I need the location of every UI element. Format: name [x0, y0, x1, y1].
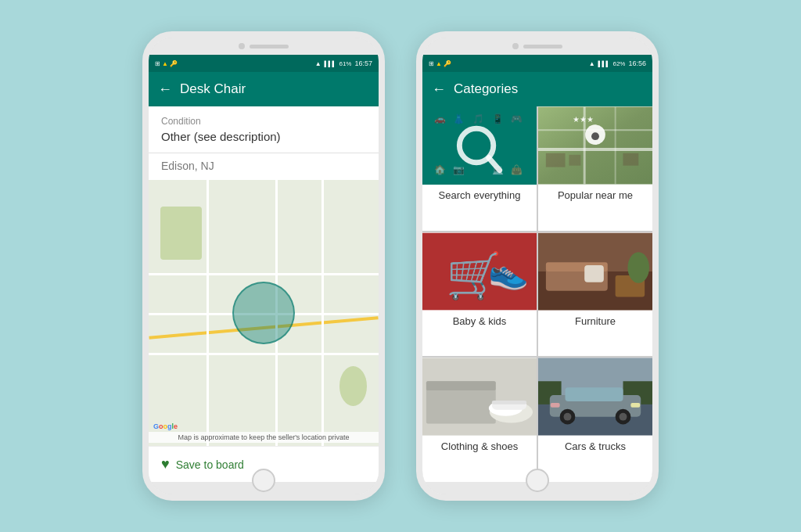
svg-rect-37: [426, 382, 496, 391]
map-park: [339, 366, 367, 406]
location-section: Edison, NJ: [149, 153, 379, 180]
svg-point-52: [620, 413, 627, 421]
wifi-icon-r: ▲: [589, 60, 595, 67]
page-title-right: Categories: [454, 81, 518, 97]
svg-rect-18: [546, 153, 566, 167]
condition-label: Condition: [161, 116, 366, 127]
svg-rect-41: [492, 401, 526, 404]
category-label-furniture: Furniture: [538, 311, 652, 332]
map-road: [149, 353, 379, 355]
categories-grid: 🚗 👗 🎵 📱 🎮 🏠 📷 💻 👜: [422, 106, 652, 482]
category-label-search: Search everything: [422, 185, 537, 206]
warning-icon: ▲: [162, 60, 168, 67]
svg-text:👟: 👟: [488, 252, 529, 291]
earpiece-right: [523, 45, 562, 49]
app-bar-right: ← Categories: [422, 72, 652, 106]
category-thumb-search: 🚗 👗 🎵 📱 🎮 🏠 📷 💻 👜: [422, 106, 537, 185]
svg-point-33: [627, 252, 649, 282]
category-label-popular: Popular near me: [538, 185, 652, 206]
status-right-icons: ▲ ▌▌▌ 61% 16:57: [315, 59, 372, 67]
svg-text:🚗: 🚗: [434, 113, 446, 124]
phone-bottom-chrome: [149, 482, 379, 494]
detail-content: Condition Other (see description) Edison…: [149, 106, 379, 482]
time-display: 16:57: [354, 59, 372, 67]
status-left-icons: ⊞ ▲ 🔑: [155, 60, 178, 67]
key-icon: 🔑: [170, 60, 178, 67]
search-everything-visual: 🚗 👗 🎵 📱 🎮 🏠 📷 💻 👜: [422, 106, 537, 185]
warning-icon-r: ▲: [436, 60, 442, 67]
category-cars-trucks[interactable]: Cars & trucks: [538, 358, 652, 482]
svg-text:🎮: 🎮: [511, 113, 523, 124]
front-camera: [239, 43, 245, 49]
location-label: Edison, NJ: [161, 160, 366, 172]
wifi-icon: ▲: [315, 60, 321, 67]
right-phone: ⊞ ▲ 🔑 ▲ ▌▌▌ 62% 16:56 ← Categories: [416, 31, 659, 501]
map-road-v: [321, 180, 324, 446]
category-clothing-shoes[interactable]: Clothing & shoes: [422, 358, 537, 482]
status-left-icons-r: ⊞ ▲ 🔑: [429, 60, 451, 67]
svg-rect-53: [630, 403, 640, 408]
svg-rect-19: [569, 155, 580, 166]
svg-point-22: [591, 132, 599, 140]
svg-text:🏠: 🏠: [434, 164, 446, 175]
categories-content: 🚗 👗 🎵 📱 🎮 🏠 📷 💻 👜: [422, 106, 652, 482]
map-container: Google Map is approximate to keep the se…: [149, 180, 379, 446]
sim-icon: ⊞: [155, 60, 160, 67]
svg-rect-13: [538, 107, 652, 185]
left-phone: ⊞ ▲ 🔑 ▲ ▌▌▌ 61% 16:57 ← Desk Chair Condi…: [142, 31, 385, 501]
category-thumb-popular: ★★★: [538, 106, 652, 185]
category-label-baby: Baby & kids: [422, 311, 537, 332]
app-bar-left: ← Desk Chair: [149, 72, 379, 106]
key-icon-r: 🔑: [444, 60, 451, 67]
cars-visual: [538, 358, 652, 436]
svg-text:📷: 📷: [453, 164, 465, 175]
phone-top-chrome-right: [422, 38, 652, 55]
category-furniture[interactable]: Furniture: [538, 232, 652, 357]
earpiece: [250, 45, 289, 49]
svg-rect-54: [551, 403, 560, 408]
category-label-cars: Cars & trucks: [538, 436, 652, 457]
svg-text:📱: 📱: [492, 113, 504, 124]
status-bar-left: ⊞ ▲ 🔑 ▲ ▌▌▌ 61% 16:57: [149, 55, 379, 72]
status-bar-right: ⊞ ▲ 🔑 ▲ ▌▌▌ 62% 16:56: [422, 55, 652, 72]
condition-value: Other (see description): [161, 130, 366, 143]
svg-rect-20: [623, 153, 639, 166]
category-label-clothing: Clothing & shoes: [422, 436, 537, 457]
svg-text:★★★: ★★★: [573, 115, 594, 124]
map-road: [149, 273, 379, 275]
category-search-everything[interactable]: 🚗 👗 🎵 📱 🎮 🏠 📷 💻 👜: [422, 106, 537, 231]
map-park: [160, 207, 202, 260]
phone-bottom-chrome-right: [422, 482, 652, 494]
back-button-left[interactable]: ←: [158, 81, 172, 98]
front-camera-right: [512, 43, 519, 49]
status-right-icons-r: ▲ ▌▌▌ 62% 16:56: [589, 59, 646, 67]
baby-kids-visual: 🛒 👟: [422, 232, 537, 311]
condition-section: Condition Other (see description): [149, 106, 379, 153]
back-button-right[interactable]: ←: [432, 81, 446, 98]
svg-rect-31: [584, 265, 604, 282]
location-radius-circle: [232, 282, 295, 344]
clothing-visual: [422, 358, 537, 436]
svg-point-50: [564, 413, 572, 421]
map-road-v: [207, 180, 209, 446]
popular-near-me-visual: ★★★: [538, 106, 652, 185]
category-popular-near-me[interactable]: ★★★ Popular near me: [538, 106, 652, 231]
category-thumb-cars: [538, 358, 652, 436]
category-thumb-furniture: [538, 232, 652, 311]
battery-icon: 61%: [339, 60, 351, 67]
page-title-left: Desk Chair: [180, 81, 246, 97]
svg-text:👗: 👗: [453, 113, 465, 124]
home-button-right[interactable]: [526, 469, 549, 492]
category-thumb-baby: 🛒 👟: [422, 232, 537, 311]
svg-text:👜: 👜: [511, 164, 523, 175]
battery-icon-r: 62%: [612, 60, 625, 67]
google-logo: Google: [153, 422, 178, 430]
heart-icon: ♥: [161, 456, 170, 473]
time-display-r: 16:56: [628, 59, 646, 67]
save-button-label: Save to board: [176, 458, 244, 471]
map-bg: Google: [149, 180, 379, 446]
category-baby-kids[interactable]: 🛒 👟 Baby & kids: [422, 232, 537, 357]
home-button[interactable]: [252, 469, 275, 492]
category-thumb-clothing: [422, 358, 537, 436]
sim-icon-r: ⊞: [429, 60, 434, 67]
